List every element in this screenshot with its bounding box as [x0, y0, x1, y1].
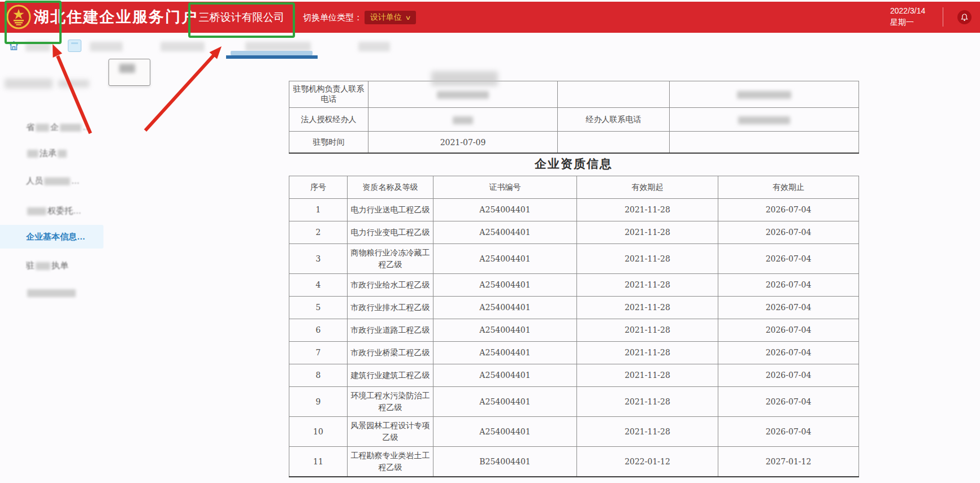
sidebar-item-4[interactable]: 权委托…	[0, 202, 81, 219]
open-dropdown-menu[interactable]	[109, 59, 150, 86]
qualification-row: 5市政行业排水工程乙级A2540044012021-11-282026-07-0…	[289, 297, 859, 319]
company-info-table: 驻鄂机构负责人联系电话法人授权经办人经办人联系电话驻鄂时间2021-07-09	[289, 81, 859, 154]
qualification-table: 序号资质名称及等级证书编号有效期起有效期止 1电力行业送电工程乙级A254004…	[289, 176, 859, 477]
sidebar-item-2[interactable]: 法承	[0, 145, 68, 162]
qualification-cell: 2021-11-28	[577, 319, 718, 342]
qualification-cell: 2027-01-12	[718, 447, 859, 477]
qualification-cell: 5	[289, 297, 348, 319]
redacted-text	[44, 177, 70, 185]
info-label: 法人授权经办人	[289, 108, 368, 132]
redacted-text	[60, 124, 81, 132]
home-icon[interactable]	[9, 41, 19, 51]
qualification-cell: 2026-07-04	[718, 199, 859, 221]
qualification-column-header: 证书编号	[433, 176, 577, 199]
sidebar-item-label: 省	[26, 122, 34, 132]
redacted-text	[27, 289, 76, 297]
tab-active[interactable]	[245, 42, 311, 51]
company-name: 三桥设计有限公司	[189, 2, 294, 33]
qualification-row: 8建筑行业建筑工程乙级A2540044012021-11-282026-07-0…	[289, 364, 859, 387]
active-tab-underline	[226, 55, 318, 59]
info-value: 2021-07-09	[368, 132, 558, 154]
qualification-cell: 10	[289, 417, 348, 447]
qualification-cell: 1	[289, 199, 348, 221]
redacted-text	[27, 207, 46, 215]
redacted-value-cutoff	[431, 71, 498, 86]
qualification-cell: 9	[289, 387, 348, 417]
qualification-row: 11工程勘察专业类岩土工程乙级B2540044012022-01-122027-…	[289, 447, 859, 477]
qualification-cell: 6	[289, 319, 348, 342]
qualification-cell: B254004401	[433, 447, 577, 477]
qualification-row: 3商物粮行业冷冻冷藏工程乙级A2540044012021-11-282026-0…	[289, 244, 859, 274]
qualification-cell: 2021-11-28	[577, 342, 718, 364]
qualification-cell: 市政行业排水工程乙级	[348, 297, 433, 319]
qualification-row: 6市政行业道路工程乙级A2540044012021-11-282026-07-0…	[289, 319, 859, 342]
date-display: 2022/3/14 星期一	[890, 5, 935, 28]
qualification-cell: 2021-11-28	[577, 199, 718, 221]
info-label: 驻鄂时间	[289, 132, 368, 154]
qualification-cell: 4	[289, 274, 348, 297]
info-value	[368, 108, 558, 132]
qualification-cell: 电力行业变电工程乙级	[348, 221, 433, 244]
tab-2[interactable]	[90, 42, 123, 51]
page: 湖北住建企业服务门户 三桥设计有限公司 切换单位类型： 设计单位 ∨ 2022/…	[0, 0, 980, 483]
qualification-cell: 2026-07-04	[718, 244, 859, 274]
qualification-cell: A254004401	[433, 342, 577, 364]
unit-type-dropdown-button[interactable]: 设计单位 ∨	[365, 11, 416, 24]
tab-5[interactable]	[358, 42, 390, 51]
sidebar-item-1[interactable]: 省企…	[0, 119, 91, 136]
tab-bar	[0, 33, 980, 60]
qualification-cell: 环境工程水污染防治工程乙级	[348, 387, 433, 417]
qualification-cell: 2021-11-28	[577, 387, 718, 417]
qualification-cell: 11	[289, 447, 348, 477]
qualification-cell: 风景园林工程设计专项乙级	[348, 417, 433, 447]
qualification-table-title: 企业资质信息	[289, 156, 858, 172]
qualification-column-header: 有效期止	[718, 176, 859, 199]
redacted-menu-item	[119, 64, 135, 73]
redacted-text	[737, 91, 791, 99]
sidebar-item-label: …	[71, 176, 80, 185]
national-emblem-icon	[6, 5, 31, 29]
qualification-cell: A254004401	[433, 364, 577, 387]
qualification-cell: A254004401	[433, 319, 577, 342]
switch-unit-type-label: 切换单位类型：	[303, 2, 362, 33]
tab-home[interactable]	[25, 42, 50, 51]
info-table-row: 驻鄂时间2021-07-09	[289, 132, 859, 154]
qualification-cell: 2026-07-04	[718, 417, 859, 447]
qualification-cell: A254004401	[433, 297, 577, 319]
info-value2	[670, 132, 859, 154]
chevron-down-icon: ∨	[405, 14, 411, 21]
qualification-cell: 2	[289, 221, 348, 244]
qualification-row: 2电力行业变电工程乙级A2540044012021-11-282026-07-0…	[289, 221, 859, 244]
notification-bell-button[interactable]	[957, 10, 972, 24]
qualification-cell: 商物粮行业冷冻冷藏工程乙级	[348, 244, 433, 274]
sidebar-item-3[interactable]: 人员…	[0, 172, 80, 189]
bell-icon	[961, 14, 968, 21]
qualification-cell: 2022-01-12	[577, 447, 718, 477]
sidebar-item-label: 人员	[26, 176, 43, 185]
annotation-arrow-2-shaft	[145, 55, 214, 130]
qualification-column-header: 资质名称及等级	[348, 176, 433, 199]
sidebar-item-6[interactable]: 驻执单	[0, 257, 68, 274]
sidebar-item-company-basic-info[interactable]: 企业基本信息…	[0, 225, 103, 249]
sidebar-item-label: …	[83, 122, 91, 132]
qualification-cell: 电力行业送电工程乙级	[348, 199, 433, 221]
info-table-row: 驻鄂机构负责人联系电话	[289, 81, 859, 108]
qualification-cell: 2026-07-04	[718, 342, 859, 364]
info-value2	[670, 108, 859, 132]
qualification-cell: 2021-11-28	[577, 364, 718, 387]
qualification-table-header-row: 序号资质名称及等级证书编号有效期起有效期止	[289, 176, 859, 199]
panel-icon[interactable]	[68, 40, 81, 52]
redacted-text	[36, 124, 49, 132]
qualification-cell: 2026-07-04	[718, 319, 859, 342]
qualification-cell: 2026-07-04	[718, 221, 859, 244]
qualification-row: 7市政行业桥梁工程乙级A2540044012021-11-282026-07-0…	[289, 342, 859, 364]
sidebar-item-7[interactable]	[0, 284, 77, 301]
qualification-cell: 市政行业桥梁工程乙级	[348, 342, 433, 364]
qualification-cell: 2021-11-28	[577, 274, 718, 297]
tab-3[interactable]	[161, 42, 205, 51]
qualification-cell: 建筑行业建筑工程乙级	[348, 364, 433, 387]
qualification-cell: 2026-07-04	[718, 274, 859, 297]
sidebar-item-label: 企	[50, 122, 59, 132]
header-divider	[943, 7, 943, 27]
info-label2: 经办人联系电话	[558, 108, 670, 132]
